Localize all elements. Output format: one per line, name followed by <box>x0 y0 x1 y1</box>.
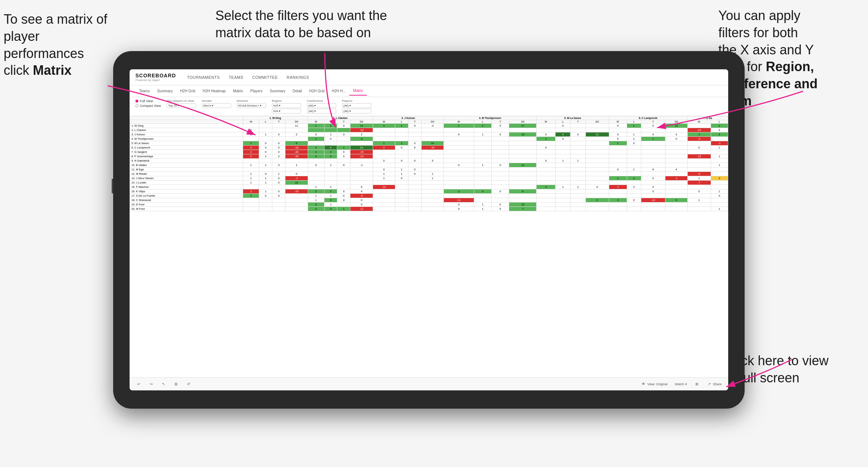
toolbar-right: 👁 View: Original Watch ▾ ⊞ ↗ Share <box>639 381 724 388</box>
matrix-cell <box>509 154 537 159</box>
compact-view-radio[interactable] <box>135 104 138 107</box>
layout-button[interactable]: ⊞ <box>692 381 702 388</box>
matrix-cell <box>537 202 556 207</box>
matrix-cell: 0 <box>373 167 395 172</box>
matrix-cell <box>641 207 665 211</box>
matrix-cell <box>509 185 537 189</box>
share-button[interactable]: ↗ Share <box>704 381 724 388</box>
matrix-cell <box>585 137 609 141</box>
max-players-select[interactable]: Top 25 ▾ <box>167 103 196 108</box>
matrix-cell <box>444 137 474 141</box>
logo-sub: Powered by clippd <box>135 78 176 82</box>
player-name: 6. C Lamprecht <box>130 146 243 150</box>
matrix-cell <box>571 198 585 202</box>
nav-rankings[interactable]: RANKINGS <box>287 74 309 81</box>
matrix-cell: -8 <box>350 194 373 198</box>
full-view-radio[interactable] <box>135 100 138 103</box>
col-header-3: 3. J Koivun <box>373 116 443 120</box>
matrix-cell <box>509 141 537 146</box>
matrix-cell <box>272 124 285 128</box>
table-row: 10. B Valdes1101010-1010111 <box>130 163 728 167</box>
tab-players-h2h-grid[interactable]: H2H Grid <box>306 87 328 95</box>
matrix-cell <box>272 185 285 189</box>
matrix-cell <box>337 137 350 141</box>
undo-button[interactable]: ↩ <box>134 381 143 388</box>
matrix-cell <box>421 202 443 207</box>
matrix-cell <box>243 124 259 128</box>
matrix-cell: 0 <box>491 189 509 194</box>
players-select-y[interactable]: (All) ▾ <box>342 109 371 113</box>
matrix-cell: 0 <box>585 185 609 189</box>
matrix-cell: 0 <box>272 146 285 150</box>
matrix-cell <box>585 207 609 211</box>
matrix-cell: 1 <box>627 137 641 141</box>
tab-players-summary[interactable]: Summary <box>266 87 289 95</box>
matrix-cell <box>421 189 443 194</box>
tab-matrix-active[interactable]: Matrix <box>349 86 366 96</box>
cursor-button[interactable]: ↖ <box>159 381 168 388</box>
matrix-cell <box>408 154 421 159</box>
matrix-cell <box>711 181 728 185</box>
region-label: Region <box>272 99 301 103</box>
matrix-cell: 0 <box>308 132 324 137</box>
matrix-cell <box>509 146 537 150</box>
tab-h2h-grid[interactable]: H2H Grid <box>176 87 199 95</box>
matrix-cell: -16 <box>350 154 373 159</box>
matrix-container[interactable]: 1. W Ding 2. L Clanton 3. J Koivun 4. M … <box>130 116 728 386</box>
table-row: 13. J Skov Olesen110-3101220-113 <box>130 176 728 181</box>
matrix-cell <box>665 185 687 189</box>
zoom-controls[interactable]: ⊞ <box>171 381 181 388</box>
compact-view-option[interactable]: Compact View <box>135 104 161 108</box>
region-select-x[interactable]: N/A ▾ <box>272 103 301 108</box>
tablet-frame: SCOREBOARD Powered by clippd TOURNAMENTS… <box>113 51 745 409</box>
conference-select-y[interactable]: (All) ▾ <box>307 109 336 113</box>
matrix-cell <box>408 189 421 194</box>
matrix-cell <box>337 172 350 176</box>
nav-committee[interactable]: COMMITTEE <box>252 74 278 81</box>
view-original-button[interactable]: 👁 View: Original <box>639 381 669 388</box>
tab-players-h2h-h[interactable]: H2H H... <box>328 87 349 95</box>
matrix-cell: 1 <box>259 181 272 185</box>
tab-detail[interactable]: Detail <box>289 87 306 95</box>
table-row: 18. C Sherwood1300-11220-1031 <box>130 198 728 202</box>
matrix-cell <box>641 150 665 154</box>
matrix-cell: 0 <box>259 172 272 176</box>
nav-teams[interactable]: TEAMS <box>228 74 243 81</box>
tab-summary[interactable]: Summary <box>153 87 176 95</box>
redo-button[interactable]: ↪ <box>146 381 156 388</box>
matrix-cell: -11 <box>350 207 373 211</box>
full-view-option[interactable]: Full View <box>135 99 161 103</box>
watch-button[interactable]: Watch ▾ <box>673 381 689 387</box>
tab-h2h-heatmap[interactable]: H2H Heatmap <box>199 87 229 95</box>
matrix-cell <box>421 150 443 154</box>
matrix-cell: 5 <box>243 154 259 159</box>
nav-tournaments[interactable]: TOURNAMENTS <box>187 74 220 81</box>
matrix-cell <box>641 128 665 132</box>
table-row: 14. J Lundin11010-7 <box>130 181 728 185</box>
conference-select-x[interactable]: (All) ▾ <box>307 103 336 108</box>
matrix-cell <box>491 185 509 189</box>
matrix-cell: 2 <box>243 150 259 154</box>
matrix-cell <box>272 128 285 132</box>
matrix-cell <box>308 141 324 146</box>
matrix-cell <box>537 181 556 185</box>
division-select[interactable]: NCAA Division I ▾ <box>237 103 266 108</box>
matrix-cell: 1 <box>627 124 641 128</box>
matrix-cell: 1 <box>444 124 474 128</box>
players-select-x[interactable]: (All) ▾ <box>342 103 371 108</box>
refresh-button[interactable]: ↺ <box>184 381 193 388</box>
matrix-cell: 0 <box>408 146 421 150</box>
gender-select[interactable]: Men's ▾ <box>202 103 231 108</box>
matrix-cell: 1 <box>373 176 395 181</box>
region-select-y[interactable]: N/A ▾ <box>272 109 301 113</box>
tab-matrix[interactable]: Matrix <box>229 87 246 95</box>
tab-players[interactable]: Players <box>247 87 266 95</box>
matrix-cell: 7 <box>509 207 537 211</box>
matrix-cell: 4 <box>324 146 337 150</box>
undo-icon: ↩ <box>136 382 141 387</box>
tab-teams[interactable]: Teams <box>135 87 153 95</box>
matrix-cell: 2 <box>243 128 259 132</box>
matrix-cell <box>537 207 556 211</box>
matrix-cell <box>509 150 537 154</box>
matrix-cell: 0 <box>491 207 509 211</box>
